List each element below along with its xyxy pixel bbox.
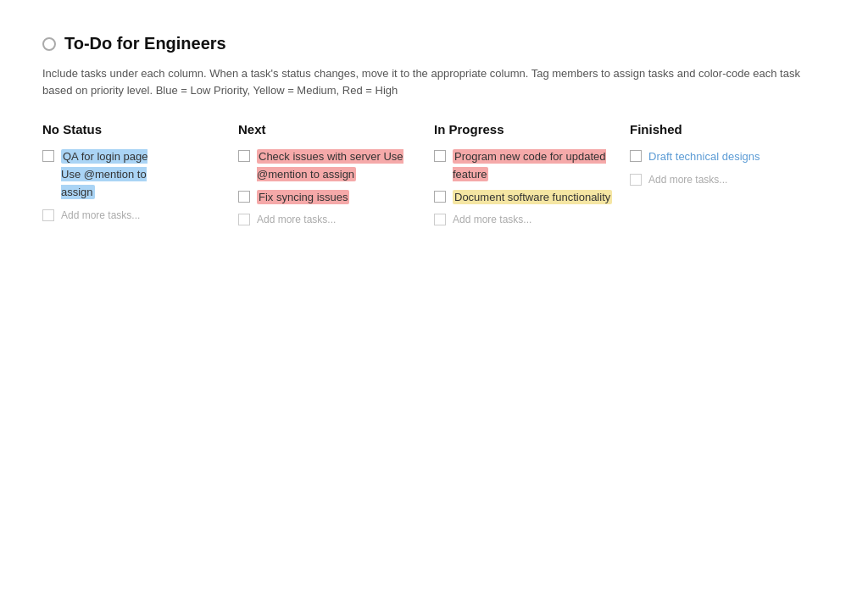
status-circle-icon bbox=[42, 37, 56, 51]
add-more-checkbox[interactable] bbox=[630, 174, 642, 186]
column-no-status: No Status QA for login pageUse @mention … bbox=[42, 122, 238, 221]
add-more-label: Add more tasks... bbox=[453, 214, 531, 225]
task-text: Check issues with server Use@mention to … bbox=[257, 148, 403, 184]
task-item: Document software functionality bbox=[434, 189, 613, 206]
column-finished: Finished Draft technical designs Add mor… bbox=[630, 122, 826, 186]
task-item: Fix syncing issues bbox=[238, 189, 417, 206]
task-text: Fix syncing issues bbox=[257, 189, 349, 206]
column-header-finished: Finished bbox=[630, 122, 809, 136]
task-text: Draft technical designs bbox=[648, 148, 760, 165]
task-text: Program new code for updatedfeature bbox=[453, 148, 606, 184]
task-list-finished: Draft technical designs Add more tasks..… bbox=[630, 148, 809, 186]
task-list-in-progress: Program new code for updatedfeature Docu… bbox=[434, 148, 613, 225]
task-checkbox[interactable] bbox=[238, 191, 250, 203]
add-more-label: Add more tasks... bbox=[61, 209, 140, 221]
page-description: Include tasks under each column. When a … bbox=[42, 65, 805, 98]
add-more-checkbox[interactable] bbox=[238, 214, 250, 225]
add-more-label: Add more tasks... bbox=[648, 174, 727, 186]
add-more-item[interactable]: Add more tasks... bbox=[434, 214, 613, 225]
add-more-item[interactable]: Add more tasks... bbox=[238, 214, 417, 225]
task-item: Check issues with server Use@mention to … bbox=[238, 148, 417, 184]
task-checkbox[interactable] bbox=[238, 150, 250, 162]
add-more-label: Add more tasks... bbox=[257, 214, 336, 225]
column-header-no-status: No Status bbox=[42, 122, 221, 136]
task-text: Document software functionality bbox=[453, 189, 612, 206]
task-text: QA for login pageUse @mention toassign bbox=[61, 148, 147, 201]
add-more-item[interactable]: Add more tasks... bbox=[42, 209, 221, 221]
task-checkbox[interactable] bbox=[630, 150, 642, 162]
add-more-checkbox[interactable] bbox=[42, 209, 54, 221]
column-header-in-progress: In Progress bbox=[434, 122, 613, 136]
task-item: QA for login pageUse @mention toassign bbox=[42, 148, 221, 201]
add-more-item[interactable]: Add more tasks... bbox=[630, 174, 809, 186]
page-header: To-Do for Engineers bbox=[42, 34, 826, 53]
kanban-board: No Status QA for login pageUse @mention … bbox=[42, 122, 826, 225]
page-title: To-Do for Engineers bbox=[64, 34, 226, 53]
task-checkbox[interactable] bbox=[434, 150, 446, 162]
task-item: Program new code for updatedfeature bbox=[434, 148, 613, 184]
add-more-checkbox[interactable] bbox=[434, 214, 446, 225]
task-item: Draft technical designs bbox=[630, 148, 809, 165]
page-container: To-Do for Engineers Include tasks under … bbox=[42, 34, 826, 225]
task-checkbox[interactable] bbox=[434, 191, 446, 203]
column-header-next: Next bbox=[238, 122, 417, 136]
task-checkbox[interactable] bbox=[42, 150, 54, 162]
task-list-next: Check issues with server Use@mention to … bbox=[238, 148, 417, 225]
task-list-no-status: QA for login pageUse @mention toassign A… bbox=[42, 148, 221, 221]
column-next: Next Check issues with server Use@mentio… bbox=[238, 122, 434, 225]
column-in-progress: In Progress Program new code for updated… bbox=[434, 122, 630, 225]
